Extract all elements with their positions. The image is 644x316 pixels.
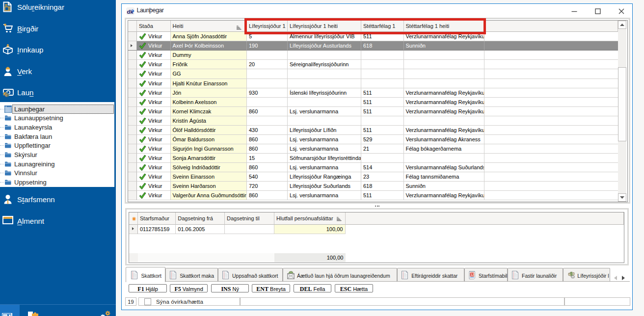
svg-text:12: 12 — [471, 273, 475, 276]
